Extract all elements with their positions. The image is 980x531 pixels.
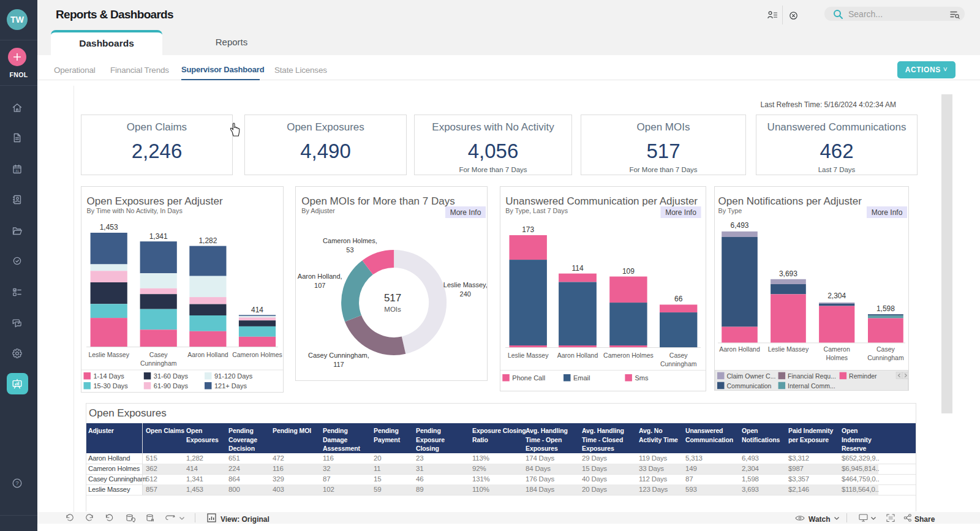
svg-text:Leslie Massey: Leslie Massey bbox=[768, 345, 809, 353]
svg-text:By Time with No Activity, In D: By Time with No Activity, In Days bbox=[87, 207, 183, 214]
svg-text:More Info: More Info bbox=[450, 208, 481, 217]
svg-text:Casey Cunningham,: Casey Cunningham, bbox=[308, 352, 369, 359]
svg-text:Leslie Massey: Leslie Massey bbox=[88, 351, 129, 358]
svg-text:1,453: 1,453 bbox=[100, 223, 118, 232]
svg-text:1,341: 1,341 bbox=[149, 232, 168, 241]
svg-text:By Type, Last 7 Days: By Type, Last 7 Days bbox=[505, 207, 568, 214]
svg-text:By Type: By Type bbox=[718, 207, 742, 214]
svg-text:1-14 Days: 1-14 Days bbox=[94, 372, 125, 380]
svg-text:66: 66 bbox=[674, 295, 683, 303]
svg-text:Reminder: Reminder bbox=[849, 372, 877, 380]
svg-text:121+ Days: 121+ Days bbox=[214, 382, 247, 390]
svg-text:Unanswered Communication per A: Unanswered Communication per Adjuster bbox=[505, 195, 698, 207]
svg-text:Open Exposures per Adjuster: Open Exposures per Adjuster bbox=[87, 195, 223, 207]
svg-text:Leslie Massey,: Leslie Massey, bbox=[443, 281, 487, 288]
svg-text:Communication: Communication bbox=[727, 382, 772, 390]
svg-text:Open MOIs for More than 7 Days: Open MOIs for More than 7 Days bbox=[301, 195, 454, 207]
svg-text:Cameron: Cameron bbox=[824, 345, 850, 353]
svg-text:114: 114 bbox=[571, 264, 583, 273]
svg-text:517: 517 bbox=[384, 292, 401, 304]
svg-text:Financial Requ...: Financial Requ... bbox=[788, 372, 836, 380]
svg-text:3,693: 3,693 bbox=[779, 269, 797, 278]
svg-text:240: 240 bbox=[460, 290, 471, 298]
svg-text:Aaron Holland: Aaron Holland bbox=[557, 352, 598, 359]
svg-text:More Info: More Info bbox=[665, 208, 696, 217]
svg-text:15-30 Days: 15-30 Days bbox=[94, 382, 129, 390]
svg-text:Phone Call: Phone Call bbox=[512, 374, 545, 382]
svg-text:1,598: 1,598 bbox=[876, 304, 895, 313]
svg-text:Aaron Holland,: Aaron Holland, bbox=[298, 273, 342, 280]
svg-text:Sms: Sms bbox=[635, 374, 649, 382]
svg-text:Internal Comm...: Internal Comm... bbox=[788, 382, 835, 390]
svg-text:Cunningham: Cunningham bbox=[660, 360, 697, 367]
svg-text:Casey: Casey bbox=[876, 345, 895, 353]
svg-text:61-90 Days: 61-90 Days bbox=[154, 382, 189, 390]
svg-text:Aaron Holland: Aaron Holland bbox=[719, 345, 760, 353]
svg-text:Open Notifications per Adjuste: Open Notifications per Adjuster bbox=[718, 195, 862, 207]
svg-text:2,304: 2,304 bbox=[827, 292, 846, 300]
svg-text:Aaron Holland: Aaron Holland bbox=[187, 351, 228, 358]
svg-text:31: 31 bbox=[15, 169, 19, 173]
svg-text:Claim Owner C...: Claim Owner C... bbox=[727, 372, 776, 380]
svg-text:53: 53 bbox=[346, 246, 353, 254]
svg-text:Cameron Holmes,: Cameron Holmes, bbox=[323, 237, 377, 244]
svg-text:173: 173 bbox=[522, 225, 534, 234]
svg-text:Cameron Holmes: Cameron Holmes bbox=[232, 351, 282, 358]
svg-text:6,493: 6,493 bbox=[730, 221, 748, 230]
svg-text:More Info: More Info bbox=[872, 208, 903, 217]
svg-text:Cunningham: Cunningham bbox=[140, 360, 177, 367]
svg-text:Cameron Holmes: Cameron Holmes bbox=[603, 352, 654, 359]
svg-text:117: 117 bbox=[333, 361, 344, 368]
svg-text:Email: Email bbox=[573, 374, 590, 382]
svg-text:91-120 Days: 91-120 Days bbox=[214, 372, 253, 380]
svg-text:Casey: Casey bbox=[669, 352, 688, 359]
svg-text:1,282: 1,282 bbox=[198, 236, 217, 245]
svg-text:MOIs: MOIs bbox=[384, 306, 401, 313]
svg-text:Casey: Casey bbox=[149, 351, 168, 358]
svg-text:By Adjuster: By Adjuster bbox=[301, 207, 335, 214]
svg-text:414: 414 bbox=[251, 306, 263, 314]
svg-text:107: 107 bbox=[314, 282, 325, 289]
svg-text:31-60 Days: 31-60 Days bbox=[154, 372, 189, 380]
svg-text:?: ? bbox=[15, 480, 18, 486]
svg-text:Holmes: Holmes bbox=[826, 354, 848, 361]
svg-text:Cunningham: Cunningham bbox=[867, 354, 904, 361]
svg-text:109: 109 bbox=[622, 267, 635, 276]
svg-text:Leslie Massey: Leslie Massey bbox=[508, 352, 549, 359]
